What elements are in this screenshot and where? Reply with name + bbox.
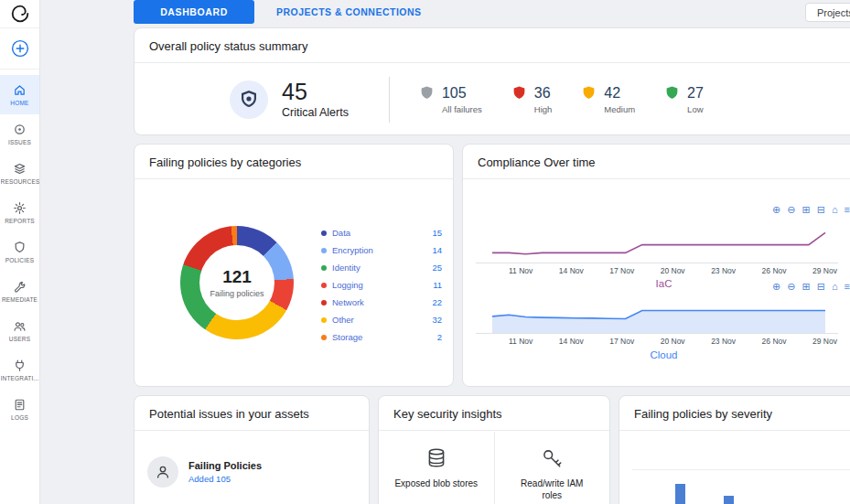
sidebar-item-integrations[interactable]: INTEGRATI...: [0, 350, 39, 390]
zoom-out-icon[interactable]: ⊖: [787, 205, 795, 215]
zoom-in-icon[interactable]: ⊕: [772, 282, 780, 292]
legend-item-storage[interactable]: Storage 2: [321, 328, 442, 346]
stat-label: High: [534, 104, 553, 114]
cloud-x-axis: 11 Nov 14 Nov 17 Nov 20 Nov 23 Nov 26 No…: [509, 337, 837, 346]
legend-color-dot: [321, 231, 327, 236]
legend-item-network[interactable]: Network 22: [321, 294, 442, 311]
legend-value: 25: [432, 263, 442, 273]
card-title: Failing policies by categories: [134, 145, 453, 179]
reports-icon: [13, 201, 27, 215]
legend-color-dot: [321, 317, 327, 323]
sidebar-item-reports[interactable]: REPORTS: [0, 193, 39, 232]
critical-alerts-stat[interactable]: 45 Critical Alerts: [230, 80, 349, 119]
donut-total: 121: [222, 267, 252, 287]
zoom-box-icon[interactable]: ⊞: [802, 282, 810, 292]
overall-policy-status-card: Overall policy status summary 45 Critica…: [134, 27, 850, 135]
tab-projects-connections[interactable]: PROJECTS & CONNECTIONS: [271, 0, 427, 24]
sidebar-item-policies[interactable]: POLICIES: [0, 232, 39, 272]
policies-shield-icon: [13, 241, 27, 254]
critical-shield-badge: [230, 80, 268, 119]
menu-icon[interactable]: ≡: [845, 205, 850, 215]
legend-label: Identity: [332, 263, 426, 273]
failing-policies-list-item[interactable]: Failing Policies Added 105: [147, 456, 262, 488]
legend-item-logging[interactable]: Logging 11: [321, 276, 442, 294]
legend-item-data[interactable]: Data 15: [321, 224, 442, 241]
zoom-box-icon[interactable]: ⊞: [802, 205, 810, 215]
legend-label: Data: [332, 228, 426, 238]
key-security-insights-card: Key security insights Exposed blob store…: [378, 395, 610, 504]
sidebar-item-label: USERS: [9, 336, 30, 342]
legend-value: 15: [432, 228, 442, 238]
donut-center: 121 Failing policies: [199, 245, 274, 320]
pan-icon[interactable]: ⊟: [817, 282, 825, 292]
issue-avatar: [147, 456, 178, 488]
potential-issues-card: Potential issues in your assets Failing …: [134, 395, 370, 504]
x-tick: 20 Nov: [661, 337, 685, 346]
sidebar-item-remediate[interactable]: REMEDIATE: [0, 272, 39, 311]
resources-icon: [13, 162, 27, 176]
menu-icon[interactable]: ≡: [845, 282, 850, 292]
x-tick: 11 Nov: [509, 337, 533, 346]
compliance-over-time-card: Compliance Over time ⊕ ⊖ ⊞ ⊟ ⌂ ≡ 11 Nov …: [462, 144, 850, 387]
insight-exposed-blob-stores[interactable]: Exposed blob stores: [379, 432, 494, 504]
sidebar-item-issues[interactable]: ISSUES: [0, 114, 39, 154]
stat-high[interactable]: 36 High: [511, 85, 553, 114]
stat-low[interactable]: 27 Low: [664, 85, 704, 114]
stat-medium[interactable]: 42 Medium: [581, 85, 635, 114]
person-icon: [155, 464, 171, 480]
yellow-shield-icon: [581, 85, 597, 101]
x-tick: 14 Nov: [559, 337, 584, 346]
red-shield-icon: [511, 85, 527, 101]
zoom-in-icon[interactable]: ⊕: [772, 205, 780, 215]
failure-stats: 105 All failures 36 High 42 Medium: [419, 85, 704, 114]
insight-read-write-iam-roles[interactable]: Read/write IAM roles: [494, 432, 610, 504]
legend-color-dot: [321, 300, 327, 306]
legend-item-other[interactable]: Other 32: [321, 311, 442, 328]
legend-value: 2: [437, 332, 442, 342]
chart-modebar: ⊕ ⊖ ⊞ ⊟ ⌂ ≡: [772, 205, 850, 215]
main-content: DASHBOARD PROJECTS & CONNECTIONS Project…: [134, 0, 850, 504]
legend-item-encryption[interactable]: Encryption 14: [321, 241, 442, 259]
sidebar-item-label: REMEDIATE: [2, 296, 38, 303]
iac-x-axis: 11 Nov 14 Nov 17 Nov 20 Nov 23 Nov 26 No…: [509, 266, 837, 275]
key-icon: [540, 446, 564, 470]
database-icon: [425, 446, 448, 470]
gray-shield-icon: [419, 85, 435, 101]
pan-icon[interactable]: ⊟: [817, 205, 825, 215]
critical-alerts-value: 45: [282, 80, 349, 103]
zoom-out-icon[interactable]: ⊖: [787, 282, 795, 292]
divider: [389, 77, 390, 123]
category-donut[interactable]: 121 Failing policies: [180, 226, 294, 339]
card-title: Failing policies by severity: [619, 396, 850, 431]
sidebar-item-users[interactable]: USERS: [0, 311, 39, 350]
app-logo[interactable]: [0, 0, 39, 28]
sidebar-item-label: HOME: [10, 100, 28, 106]
reset-home-icon[interactable]: ⌂: [832, 282, 838, 292]
sidebar-item-label: ISSUES: [8, 139, 31, 145]
stat-value: 42: [604, 86, 635, 101]
donut-total-label: Failing policies: [210, 289, 264, 298]
iac-line-chart[interactable]: [474, 223, 840, 263]
x-tick: 29 Nov: [812, 266, 837, 275]
projects-button[interactable]: Projects: [805, 3, 850, 22]
add-button[interactable]: [0, 28, 39, 70]
reset-home-icon[interactable]: ⌂: [832, 205, 838, 215]
legend-item-identity[interactable]: Identity 25: [321, 259, 442, 276]
severity-bar[interactable]: [724, 496, 734, 504]
summary-body: 45 Critical Alerts 105 All failures 36: [134, 64, 850, 134]
tab-dashboard[interactable]: DASHBOARD: [134, 0, 254, 24]
plug-icon: [13, 359, 27, 372]
sidebar-item-logs[interactable]: LOGS: [0, 390, 39, 429]
sidebar-item-home[interactable]: HOME: [0, 75, 39, 114]
sidebar-item-label: REPORTS: [5, 218, 35, 224]
issues-icon: [13, 123, 27, 136]
sidebar-item-resources[interactable]: RESOURCES: [0, 154, 39, 193]
severity-bar[interactable]: [675, 484, 685, 504]
legend-value: 14: [432, 245, 442, 255]
x-tick: 17 Nov: [609, 266, 634, 275]
critical-shield-icon: [238, 89, 260, 111]
cloud-area-chart[interactable]: [474, 298, 840, 335]
x-tick: 23 Nov: [711, 337, 736, 346]
stat-all-failures[interactable]: 105 All failures: [419, 85, 482, 114]
insights-body: Exposed blob stores Read/write IAM roles: [379, 432, 609, 504]
